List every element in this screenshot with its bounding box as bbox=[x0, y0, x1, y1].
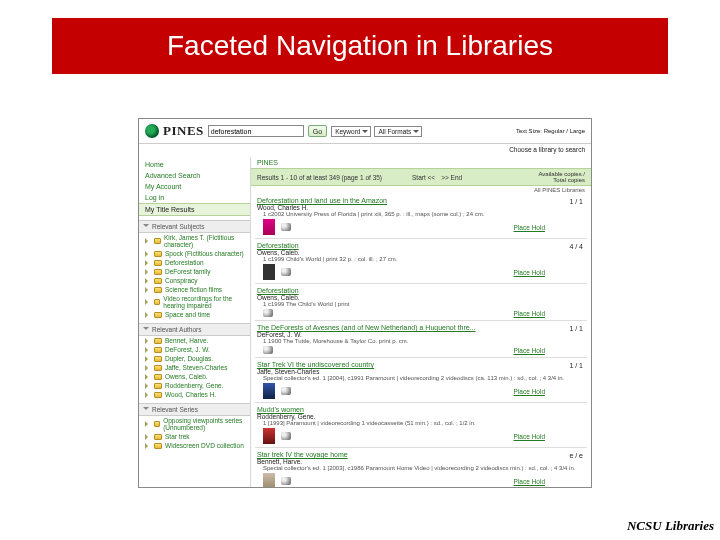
result-record: 1 / 1Deforestation and land use in the A… bbox=[255, 194, 587, 239]
result-publication: 1 c1999 The Child's World | print bbox=[257, 301, 585, 307]
breadcrumb[interactable]: PINES bbox=[251, 157, 591, 168]
search-input[interactable] bbox=[208, 125, 304, 137]
folder-icon bbox=[154, 374, 162, 380]
expand-icon[interactable] bbox=[145, 269, 151, 275]
place-hold-link[interactable]: Place Hold bbox=[514, 269, 545, 276]
expand-icon[interactable] bbox=[145, 312, 151, 318]
expand-icon[interactable] bbox=[145, 421, 151, 427]
scope-label: All PINES Libraries bbox=[251, 186, 591, 194]
result-title-link[interactable]: Star trek IV the voyage home bbox=[257, 451, 585, 458]
facet-subject: Spock (Fictitious character) bbox=[139, 249, 250, 258]
facet-authors-head[interactable]: Relevant Authors bbox=[139, 323, 250, 336]
result-publication: 1 c1999 Child's World | print 32 p. : co… bbox=[257, 256, 585, 262]
expand-icon[interactable] bbox=[145, 443, 151, 449]
result-author: Wood, Charles H. bbox=[257, 204, 585, 211]
pines-logo-icon bbox=[145, 124, 159, 138]
facet-author: Roddenberry, Gene. bbox=[139, 381, 250, 390]
folder-icon bbox=[154, 260, 162, 266]
format-icon bbox=[281, 477, 291, 485]
nav-my-account[interactable]: My Account bbox=[139, 181, 250, 192]
expand-icon[interactable] bbox=[145, 383, 151, 389]
format-select[interactable]: All Formats bbox=[374, 126, 422, 137]
facet-subjects-head[interactable]: Relevant Subjects bbox=[139, 220, 250, 233]
folder-icon bbox=[154, 251, 162, 257]
slide-title-band: Faceted Navigation in Libraries bbox=[52, 18, 668, 74]
nav-home[interactable]: Home bbox=[139, 159, 250, 170]
folder-icon bbox=[154, 299, 160, 305]
expand-icon[interactable] bbox=[145, 356, 151, 362]
result-publication: 1 1900 The Tuttle, Morehouse & Taylor Co… bbox=[257, 338, 585, 344]
facet-subject: Video recordings for the hearing impaire… bbox=[139, 294, 250, 310]
cover-thumbnail bbox=[263, 219, 275, 235]
result-title-link[interactable]: Deforestation and land use in the Amazon bbox=[257, 197, 585, 204]
facet-subject: Deforestation bbox=[139, 258, 250, 267]
facet-subject: Conspiracy bbox=[139, 276, 250, 285]
facet-series: Widescreen DVD collection bbox=[139, 441, 250, 450]
result-title-link[interactable]: The DeForests of Avesnes (and of New Net… bbox=[257, 324, 585, 331]
cover-thumbnail bbox=[263, 264, 275, 280]
folder-icon bbox=[154, 365, 162, 371]
place-hold-link[interactable]: Place Hold bbox=[514, 433, 545, 440]
expand-icon[interactable] bbox=[145, 338, 151, 344]
place-hold-link[interactable]: Place Hold bbox=[514, 478, 545, 485]
expand-icon[interactable] bbox=[145, 260, 151, 266]
page-start-link[interactable]: Start << bbox=[412, 174, 435, 181]
expand-icon[interactable] bbox=[145, 365, 151, 371]
format-icon bbox=[281, 432, 291, 440]
result-record: Mudd's womenRoddenberry, Gene.1 [1993] P… bbox=[255, 403, 587, 448]
go-button[interactable]: Go bbox=[308, 125, 327, 137]
result-title-link[interactable]: Deforestation bbox=[257, 287, 585, 294]
folder-icon bbox=[154, 269, 162, 275]
result-author: Owens, Caleb. bbox=[257, 249, 585, 256]
format-icon bbox=[281, 268, 291, 276]
expand-icon[interactable] bbox=[145, 278, 151, 284]
place-hold-link[interactable]: Place Hold bbox=[514, 388, 545, 395]
header-bar-2: Choose a library to search bbox=[139, 144, 591, 157]
results-list: 1 / 1Deforestation and land use in the A… bbox=[251, 194, 591, 487]
results-summary-bar: Results 1 - 10 of at least 349 (page 1 o… bbox=[251, 168, 591, 186]
expand-icon[interactable] bbox=[145, 238, 151, 244]
result-author: Jaffe, Steven-Charles bbox=[257, 368, 585, 375]
search-field-select[interactable]: Keyword bbox=[331, 126, 371, 137]
catalog-screenshot: PINES Go Keyword All Formats Text Size: … bbox=[138, 118, 592, 488]
choose-library-label: Choose a library to search bbox=[509, 146, 585, 153]
result-title-link[interactable]: Star Trek VI the undiscovered country bbox=[257, 361, 585, 368]
folder-icon bbox=[154, 383, 162, 389]
result-title-link[interactable]: Mudd's women bbox=[257, 406, 585, 413]
nav-my-title-results[interactable]: My Title Results bbox=[139, 203, 250, 216]
place-hold-link[interactable]: Place Hold bbox=[514, 347, 545, 354]
availability-header: Available copies /Total copies bbox=[538, 171, 585, 183]
expand-icon[interactable] bbox=[145, 251, 151, 257]
result-publication: Special collector's ed. 1 [2003], c1986 … bbox=[257, 465, 585, 471]
results-count: Results 1 - 10 of at least 349 (page 1 o… bbox=[257, 174, 382, 181]
facet-author: Wood, Charles H. bbox=[139, 390, 250, 399]
folder-icon bbox=[154, 434, 162, 440]
place-hold-link[interactable]: Place Hold bbox=[514, 224, 545, 231]
facet-series: Star trek bbox=[139, 432, 250, 441]
folder-icon bbox=[154, 421, 160, 427]
expand-icon[interactable] bbox=[145, 299, 151, 305]
expand-icon[interactable] bbox=[145, 287, 151, 293]
expand-icon[interactable] bbox=[145, 374, 151, 380]
result-author: DeForest, J. W. bbox=[257, 331, 585, 338]
cover-thumbnail bbox=[263, 383, 275, 399]
facet-author: Jaffe, Steven-Charles bbox=[139, 363, 250, 372]
expand-icon[interactable] bbox=[145, 347, 151, 353]
facet-subject: Space and time bbox=[139, 310, 250, 319]
page-end-link[interactable]: >> End bbox=[441, 174, 462, 181]
result-record: 4 / 4DeforestationOwens, Caleb.1 c1999 C… bbox=[255, 239, 587, 284]
folder-icon bbox=[154, 443, 162, 449]
nav-advanced-search[interactable]: Advanced Search bbox=[139, 170, 250, 181]
facet-series-head[interactable]: Relevant Series bbox=[139, 403, 250, 416]
expand-icon[interactable] bbox=[145, 434, 151, 440]
facet-series: Opposing viewpoints series (Unnumbered) bbox=[139, 416, 250, 432]
place-hold-link[interactable]: Place Hold bbox=[514, 310, 545, 317]
text-size-toggle[interactable]: Text Size: Regular / Large bbox=[516, 128, 585, 134]
facet-subject: Kirk, James T. (Fictitious character) bbox=[139, 233, 250, 249]
format-icon bbox=[281, 223, 291, 231]
nav-login[interactable]: Log in bbox=[139, 192, 250, 203]
expand-icon[interactable] bbox=[145, 392, 151, 398]
folder-icon bbox=[154, 287, 162, 293]
result-author: Bennett, Harve. bbox=[257, 458, 585, 465]
result-title-link[interactable]: Deforestation bbox=[257, 242, 585, 249]
